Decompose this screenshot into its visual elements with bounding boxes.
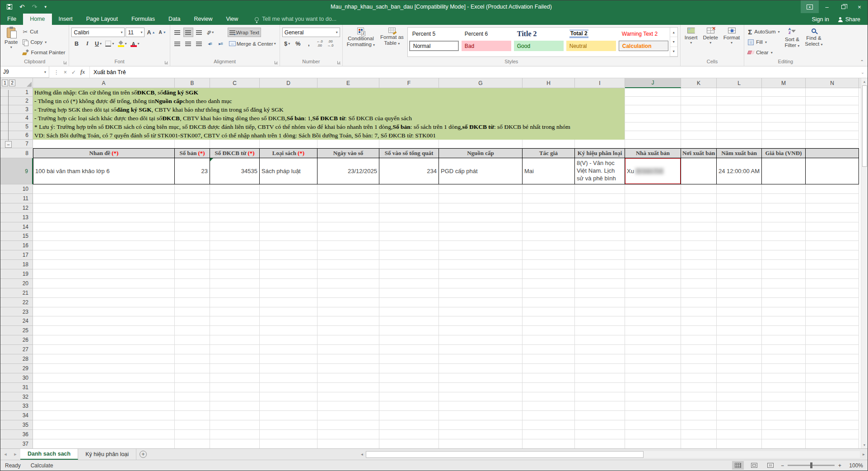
- cell-E20[interactable]: [317, 279, 379, 288]
- name-box[interactable]: J9 ▾: [0, 66, 49, 78]
- cell-D19[interactable]: [260, 269, 317, 279]
- cell-A25[interactable]: [33, 326, 175, 335]
- cell-A20[interactable]: [33, 279, 175, 288]
- customize-qat-button[interactable]: ▾: [44, 5, 47, 9]
- cell-L16[interactable]: [717, 241, 762, 250]
- column-header-G[interactable]: G: [439, 78, 523, 88]
- cell-L25[interactable]: [717, 326, 762, 335]
- sign-in-link[interactable]: Sign in: [812, 16, 829, 23]
- table-header-I[interactable]: Ký hiệu phân loại: [575, 148, 625, 158]
- cell-M21[interactable]: [762, 288, 806, 298]
- autosum-button[interactable]: Σ AutoSum▾: [747, 27, 781, 36]
- cell-H21[interactable]: [523, 288, 575, 298]
- cell-M18[interactable]: [762, 260, 806, 269]
- cell-E28[interactable]: [317, 354, 379, 364]
- cell-F31[interactable]: [379, 383, 439, 392]
- cell-F16[interactable]: [379, 241, 439, 250]
- cell-A27[interactable]: [33, 345, 175, 354]
- row-header-26[interactable]: 26: [0, 335, 33, 345]
- vertical-scrollbar[interactable]: ▲ ▼: [861, 78, 868, 448]
- style-normal[interactable]: Normal: [409, 41, 459, 51]
- cell-C15[interactable]: [210, 231, 260, 241]
- tab-view[interactable]: View: [219, 14, 245, 25]
- cell-K18[interactable]: [681, 260, 717, 269]
- scroll-right-button[interactable]: ►: [860, 451, 868, 458]
- restore-button[interactable]: [835, 0, 851, 13]
- align-top-button[interactable]: [173, 28, 182, 37]
- font-size-combo[interactable]: 11▾: [126, 28, 145, 37]
- cell-M35[interactable]: [762, 420, 806, 430]
- cell-L30[interactable]: [717, 373, 762, 383]
- cell-J17[interactable]: [625, 250, 681, 260]
- cell-E19[interactable]: [317, 269, 379, 279]
- cell-N36[interactable]: [806, 430, 859, 439]
- cell-E31[interactable]: [317, 383, 379, 392]
- row-header-28[interactable]: 28: [0, 354, 33, 364]
- row-header-10[interactable]: 10: [0, 184, 33, 194]
- cell-I17[interactable]: [575, 250, 625, 260]
- cell-M27[interactable]: [762, 345, 806, 354]
- cell-K17[interactable]: [681, 250, 717, 260]
- row-header-1[interactable]: 1: [0, 88, 33, 97]
- sheet-nav-left[interactable]: ◄: [0, 449, 10, 460]
- cell-B35[interactable]: [175, 420, 210, 430]
- cell-J18[interactable]: [625, 260, 681, 269]
- cell-F28[interactable]: [379, 354, 439, 364]
- cell-B10[interactable]: [175, 184, 210, 194]
- table-header-C[interactable]: Số ĐKCB từ(*): [210, 148, 260, 158]
- cell-B16[interactable]: [175, 241, 210, 250]
- cell-F33[interactable]: [379, 401, 439, 411]
- cell-F18[interactable]: [379, 260, 439, 269]
- cell-L13[interactable]: [717, 213, 762, 222]
- conditional-formatting-button[interactable]: ConditionalFormatting ▾: [344, 26, 378, 58]
- cell-I11[interactable]: [575, 194, 625, 203]
- undo-button[interactable]: ↶: [19, 4, 25, 10]
- row-header-19[interactable]: 19: [0, 269, 33, 279]
- cell-N33[interactable]: [806, 401, 859, 411]
- cell-B30[interactable]: [175, 373, 210, 383]
- table-header-M[interactable]: Giá bìa (VNĐ): [762, 148, 806, 158]
- cell-E25[interactable]: [317, 326, 379, 335]
- cell-H23[interactable]: [523, 307, 575, 317]
- column-header-I[interactable]: I: [575, 78, 625, 88]
- gallery-scroll-up[interactable]: ▲: [670, 28, 677, 37]
- cell-D20[interactable]: [260, 279, 317, 288]
- cell-G12[interactable]: [439, 203, 523, 213]
- cell-D37[interactable]: [260, 439, 317, 448]
- row-header-35[interactable]: 35: [0, 420, 33, 430]
- cell-K29[interactable]: [681, 364, 717, 373]
- cell-I13[interactable]: [575, 213, 625, 222]
- cell-D30[interactable]: [260, 373, 317, 383]
- cell-J25[interactable]: [625, 326, 681, 335]
- cell-N34[interactable]: [806, 411, 859, 420]
- cell-K30[interactable]: [681, 373, 717, 383]
- cell-D32[interactable]: [260, 392, 317, 402]
- horizontal-scrollbar[interactable]: ◄ ►: [358, 449, 868, 460]
- cell-H16[interactable]: [523, 241, 575, 250]
- row-header-6[interactable]: 6: [0, 131, 33, 140]
- cell-F7[interactable]: [379, 140, 439, 148]
- cell-B37[interactable]: [175, 439, 210, 448]
- cell-K16[interactable]: [681, 241, 717, 250]
- cell-D10[interactable]: [260, 184, 317, 194]
- cell-B21[interactable]: [175, 288, 210, 298]
- instruction-line-5[interactable]: * Lưu ý: Trường hợp trên sổ ĐKCB sách có…: [33, 122, 625, 131]
- cell-D9[interactable]: Sách pháp luật: [260, 158, 317, 184]
- cell-N4[interactable]: [806, 114, 859, 122]
- cell-A11[interactable]: [33, 194, 175, 203]
- cell-K3[interactable]: [681, 105, 717, 114]
- increase-indent-button[interactable]: ▸≡: [216, 39, 226, 48]
- row-header-33[interactable]: 33: [0, 401, 33, 411]
- cell-G10[interactable]: [439, 184, 523, 194]
- cell-C9[interactable]: 34535: [210, 158, 260, 184]
- cell-E18[interactable]: [317, 260, 379, 269]
- percent-format-button[interactable]: %: [293, 39, 303, 48]
- cell-M34[interactable]: [762, 411, 806, 420]
- zoom-slider-thumb[interactable]: [810, 462, 812, 468]
- cell-H19[interactable]: [523, 269, 575, 279]
- cell-C31[interactable]: [210, 383, 260, 392]
- cell-B17[interactable]: [175, 250, 210, 260]
- cell-L20[interactable]: [717, 279, 762, 288]
- cell-C18[interactable]: [210, 260, 260, 269]
- cell-K34[interactable]: [681, 411, 717, 420]
